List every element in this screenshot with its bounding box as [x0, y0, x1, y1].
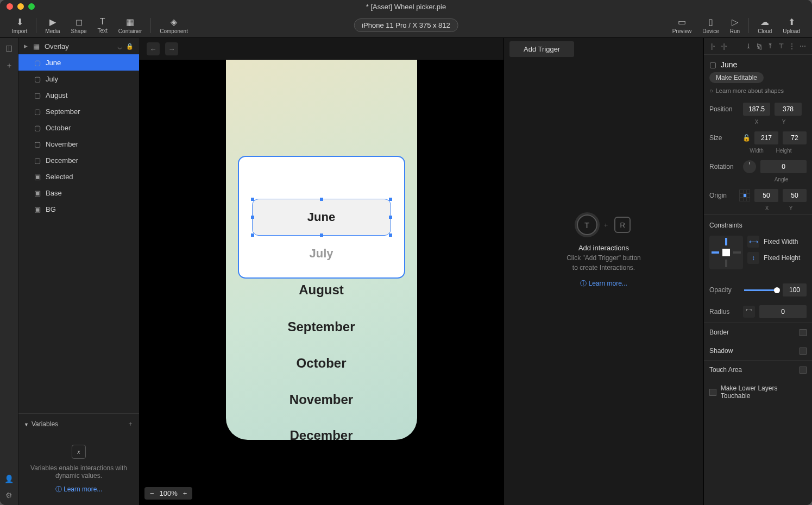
maximize-window-icon[interactable]: [28, 3, 35, 10]
shape-button[interactable]: ◻ Shape: [66, 17, 92, 34]
canvas-text-december[interactable]: December: [226, 428, 417, 443]
add-page-icon[interactable]: ＋: [5, 61, 13, 71]
panel-toggle-icon[interactable]: ◫: [5, 43, 12, 52]
minimize-window-icon[interactable]: [17, 3, 24, 10]
size-lock-icon[interactable]: 🔓: [742, 134, 750, 142]
device-selector[interactable]: iPhone 11 Pro / X 375 x 812: [354, 18, 458, 32]
resize-handle-icon[interactable]: [320, 198, 323, 201]
position-y-input[interactable]: [775, 103, 802, 116]
interactions-learn-more-link[interactable]: ⓘ Learn more...: [580, 279, 627, 288]
top-toolbar: ⬇ Import ▶ Media ◻ Shape T Text ▦ Contai…: [0, 13, 812, 38]
interactions-title: Add interactions: [566, 244, 641, 252]
add-variable-icon[interactable]: ＋: [127, 419, 134, 428]
layer-september[interactable]: ▢ September: [18, 103, 139, 119]
rotation-dial[interactable]: [743, 160, 756, 173]
zoom-control: − 100% +: [144, 487, 192, 500]
chevron-down-icon[interactable]: ▼: [24, 422, 29, 427]
origin-picker[interactable]: [739, 190, 750, 201]
make-editable-button[interactable]: Make Editable: [709, 72, 764, 83]
distribute-v-icon[interactable]: ⋯: [798, 41, 808, 51]
lower-layers-toggle[interactable]: [709, 389, 716, 396]
layer-selected[interactable]: ▣ Selected: [18, 168, 139, 185]
variables-learn-more-link[interactable]: ⓘ Learn more...: [29, 485, 128, 494]
layer-october[interactable]: ▢ October: [18, 119, 139, 136]
layer-december[interactable]: ▢ December: [18, 152, 139, 168]
resize-handle-icon[interactable]: [389, 198, 392, 201]
container-button[interactable]: ▦ Container: [113, 17, 147, 34]
align-center-icon[interactable]: ⧎: [754, 41, 764, 51]
align-left-icon[interactable]: |◦: [708, 41, 718, 51]
nav-forward-button[interactable]: →: [165, 42, 178, 55]
close-window-icon[interactable]: [7, 3, 13, 10]
canvas-text-july[interactable]: July: [226, 247, 417, 261]
text-button[interactable]: T Text: [92, 17, 113, 34]
canvas-text-august[interactable]: August: [226, 282, 417, 298]
shape-layer-icon: ▢: [34, 108, 41, 115]
shape-layer-icon: ▢: [34, 156, 41, 164]
play-icon: ▷: [732, 17, 738, 27]
layer-bg[interactable]: ▣ BG: [18, 201, 139, 217]
layer-august[interactable]: ▢ August: [18, 87, 139, 103]
align-top-icon[interactable]: ⊤: [776, 41, 786, 51]
resize-handle-icon[interactable]: [251, 198, 254, 201]
origin-x-input[interactable]: [754, 189, 778, 202]
opacity-input[interactable]: [783, 283, 807, 296]
zoom-value[interactable]: 100%: [160, 489, 178, 497]
media-button[interactable]: ▶ Media: [40, 17, 65, 34]
touch-area-toggle[interactable]: [800, 367, 807, 374]
user-icon[interactable]: 👤: [4, 475, 14, 483]
fixed-width-icon[interactable]: ⟷: [747, 236, 759, 248]
nav-back-button[interactable]: ←: [147, 42, 160, 55]
run-button[interactable]: ▷ Run: [725, 17, 745, 34]
resize-handle-icon[interactable]: [320, 233, 323, 237]
component-button[interactable]: ◈ Component: [154, 17, 193, 34]
zoom-in-button[interactable]: +: [183, 489, 187, 497]
canvas-text-june[interactable]: June: [226, 210, 417, 224]
trigger-icon[interactable]: T: [577, 214, 597, 235]
preview-icon: ▭: [678, 17, 686, 27]
canvas-text-october[interactable]: October: [226, 356, 417, 371]
zoom-out-button[interactable]: −: [150, 489, 154, 497]
inspector-panel: |◦ ◦|◦ ⤓ ⧎ ⤒ ⊤ ⋮ ⋯ ▢ June Make Editable …: [703, 38, 812, 505]
radius-icon[interactable]: ⌜⌝: [743, 306, 755, 318]
position-x-input[interactable]: [743, 103, 770, 116]
align-right-edge-icon[interactable]: ⤒: [765, 41, 775, 51]
canvas-text-november[interactable]: November: [226, 392, 417, 407]
resize-handle-icon[interactable]: [251, 233, 254, 237]
preview-button[interactable]: ▭ Preview: [667, 17, 697, 34]
layer-june[interactable]: ▢ June: [18, 54, 139, 71]
canvas-text-september[interactable]: September: [226, 319, 417, 334]
device-frame: June July August September October Novem…: [226, 60, 417, 440]
distribute-h-icon[interactable]: ⋮: [787, 41, 797, 51]
import-button[interactable]: ⬇ Import: [7, 17, 33, 34]
window-title: * [Asset] Wheel picker.pie: [366, 3, 446, 11]
layer-november[interactable]: ▢ November: [18, 136, 139, 152]
add-trigger-button[interactable]: Add Trigger: [509, 41, 574, 57]
upload-button[interactable]: ⬆ Upload: [777, 17, 805, 34]
border-toggle[interactable]: [800, 329, 807, 336]
origin-y-input[interactable]: [783, 189, 807, 202]
canvas[interactable]: June July August September October Novem…: [139, 60, 503, 505]
resize-handle-icon[interactable]: [389, 233, 392, 237]
learn-shapes-link[interactable]: ○Learn more about shapes: [704, 87, 812, 99]
rotation-input[interactable]: [760, 160, 807, 173]
settings-icon[interactable]: ⚙: [5, 491, 12, 500]
layer-overlay[interactable]: ▶ ▦ Overlay ◡ 🔒: [18, 38, 139, 54]
layer-july[interactable]: ▢ July: [18, 71, 139, 87]
lock-icon[interactable]: 🔒: [126, 43, 134, 50]
response-icon[interactable]: R: [614, 217, 631, 233]
align-left-edge-icon[interactable]: ⤓: [744, 41, 753, 51]
height-input[interactable]: [783, 131, 807, 144]
radius-input[interactable]: [759, 305, 807, 318]
layer-base[interactable]: ▣ Base: [18, 185, 139, 201]
device-button[interactable]: ▯ Device: [697, 17, 725, 34]
constraints-picker[interactable]: [709, 236, 743, 269]
visibility-icon[interactable]: ◡: [117, 43, 123, 50]
container-icon: ▦: [126, 17, 134, 27]
width-input[interactable]: [754, 131, 778, 144]
align-center-h-icon[interactable]: ◦|◦: [719, 41, 729, 51]
opacity-slider[interactable]: [744, 289, 777, 291]
cloud-button[interactable]: ☁ Cloud: [752, 17, 777, 34]
fixed-height-icon[interactable]: ↕: [747, 252, 759, 264]
shadow-toggle[interactable]: [800, 348, 807, 355]
